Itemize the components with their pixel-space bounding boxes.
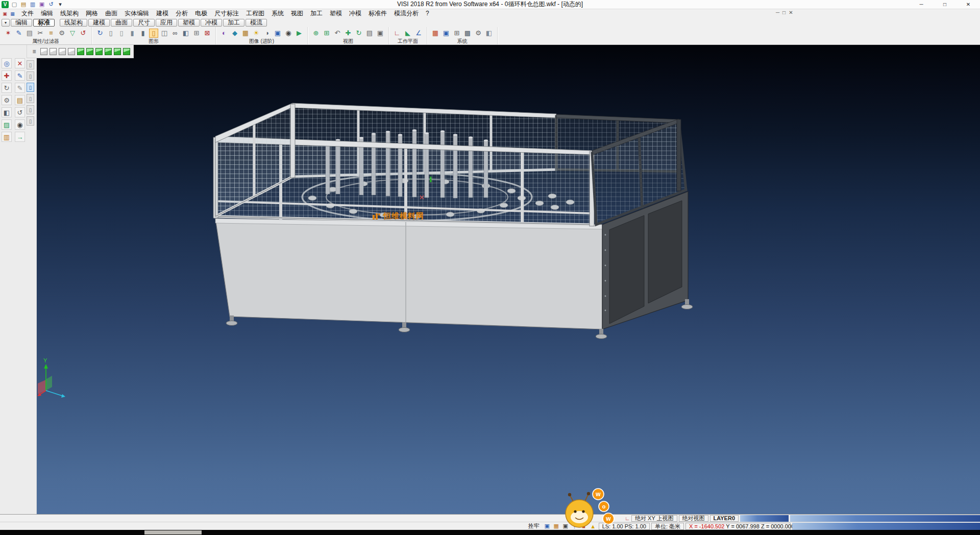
- ribbon-tab[interactable]: 编辑: [11, 19, 32, 27]
- dock-panel-6-icon[interactable]: ▯: [27, 116, 34, 126]
- ribbon-tab[interactable]: 加工: [223, 19, 244, 27]
- regenerate-icon[interactable]: ↻: [95, 29, 105, 38]
- wireframe-mode-icon[interactable]: ▯: [106, 29, 115, 38]
- dock-panel-3-icon[interactable]: ▯: [27, 83, 34, 92]
- workplane-world-icon[interactable]: ∟: [393, 29, 402, 38]
- rotate-view-icon[interactable]: ↻: [354, 29, 363, 38]
- delete-entity-icon[interactable]: ✕: [15, 58, 25, 68]
- attribute-wand-icon[interactable]: ✶: [4, 29, 13, 38]
- dock-panel-4-icon[interactable]: ▯: [27, 94, 34, 103]
- child-window-control[interactable]: □: [782, 10, 786, 15]
- perspective-icon[interactable]: ◧: [484, 29, 494, 38]
- view-iso-top-cube-icon[interactable]: [114, 48, 121, 55]
- workspace-icon[interactable]: ▣: [2, 10, 8, 17]
- ribbon-tab[interactable]: 冲模: [201, 19, 222, 27]
- menu-item[interactable]: 电极: [191, 9, 211, 18]
- animation-icon[interactable]: ▶: [295, 29, 304, 38]
- menu-item[interactable]: 尺寸标注: [211, 9, 242, 18]
- snap-settings-icon[interactable]: ▦: [552, 523, 560, 530]
- lock-toggle[interactable]: 拴牢: [526, 522, 542, 530]
- view-reference-field[interactable]: 绝对视图: [679, 515, 708, 522]
- history-icon[interactable]: ↺: [15, 107, 25, 117]
- texture-icon[interactable]: ▦: [241, 29, 250, 38]
- color-table-icon[interactable]: ▦: [431, 29, 440, 38]
- system-monitor-icon[interactable]: ▣: [442, 29, 451, 38]
- snapshot-icon[interactable]: ◉: [284, 29, 293, 38]
- half-shade-icon[interactable]: ◧: [181, 29, 190, 38]
- ribbon-tab[interactable]: 尺寸: [133, 19, 155, 27]
- child-window-control[interactable]: ✕: [789, 10, 793, 15]
- attribute-brush-icon[interactable]: ✎: [14, 29, 23, 38]
- menu-item[interactable]: ?: [422, 9, 433, 18]
- annotate-icon[interactable]: ✎: [15, 83, 25, 93]
- minimize-button[interactable]: ─: [910, 0, 933, 9]
- view-iso-sw-cube-icon[interactable]: [105, 48, 112, 55]
- pan-view-icon[interactable]: ✚: [344, 29, 353, 38]
- zoom-all-icon[interactable]: ⊕: [311, 29, 321, 38]
- menu-item[interactable]: 加工: [307, 9, 326, 18]
- zoom-previous-icon[interactable]: ↶: [333, 29, 342, 38]
- dock-panel-1-icon[interactable]: ▯: [27, 60, 34, 69]
- zoom-select-icon[interactable]: ◎: [2, 58, 12, 68]
- ribbon-tab[interactable]: 曲面: [111, 19, 132, 27]
- active-layer-field[interactable]: LAYER0: [710, 515, 739, 522]
- menu-item[interactable]: 文件: [18, 9, 37, 18]
- menu-item[interactable]: 分析: [172, 9, 191, 18]
- filter-scissors-icon[interactable]: ✂: [36, 29, 45, 38]
- view-iso-ne-cube-icon[interactable]: [77, 48, 84, 55]
- ribbon-tab[interactable]: 模流: [246, 19, 267, 27]
- shaded-mode-icon[interactable]: ▮: [128, 29, 137, 38]
- material-icon[interactable]: ◆: [230, 29, 239, 38]
- menu-item[interactable]: 冲模: [346, 9, 365, 18]
- view-side-cube-icon[interactable]: [68, 48, 75, 55]
- filter-reset-icon[interactable]: ↺: [79, 29, 88, 38]
- system-gear-icon[interactable]: ⚙: [2, 95, 12, 105]
- ribbon-tab[interactable]: 应用: [156, 19, 177, 27]
- chart-icon[interactable]: ▥: [2, 132, 12, 142]
- workplane-face-icon[interactable]: ◣: [403, 29, 412, 38]
- new-document-icon[interactable]: ▢: [10, 1, 18, 9]
- workplane-3point-icon[interactable]: ∠: [414, 29, 423, 38]
- dock-panel-5-icon[interactable]: ▯: [27, 105, 34, 114]
- stereo-glasses-icon[interactable]: ∞: [170, 29, 180, 38]
- hatch-icon[interactable]: ▨: [2, 119, 12, 130]
- menu-item[interactable]: 编辑: [37, 9, 57, 18]
- ribbon-tab[interactable]: 标准: [33, 19, 55, 27]
- filter-list-icon[interactable]: ≡: [46, 29, 56, 38]
- sketch-icon[interactable]: ✎: [15, 70, 25, 81]
- export-icon[interactable]: →: [15, 132, 25, 142]
- menu-item[interactable]: 网格: [82, 9, 102, 18]
- taskbar-item[interactable]: [144, 530, 202, 534]
- graphics-viewport[interactable]: Y 恒维模料网: [37, 45, 980, 514]
- solid-cube-icon[interactable]: ◧: [2, 107, 12, 117]
- filter-gear-icon[interactable]: ⚙: [57, 29, 66, 38]
- ribbon-tab[interactable]: 建模: [88, 19, 110, 27]
- dock-panel-2-icon[interactable]: ▯: [27, 71, 34, 81]
- lighting-icon[interactable]: ☀: [252, 29, 261, 38]
- clear-graphics-icon[interactable]: ⊠: [203, 29, 212, 38]
- undo-icon[interactable]: ↺: [47, 1, 55, 9]
- menu-item[interactable]: 曲面: [102, 9, 121, 18]
- toolbar-menu-icon[interactable]: ≡: [30, 47, 38, 56]
- child-window-control[interactable]: ─: [776, 10, 779, 15]
- save-file-icon[interactable]: ▥: [29, 1, 37, 9]
- zoom-window-icon[interactable]: ⊞: [322, 29, 331, 38]
- menu-item[interactable]: 视图: [287, 9, 307, 18]
- notes-icon[interactable]: ▤: [15, 95, 25, 105]
- menu-item[interactable]: 模流分析: [390, 9, 422, 18]
- background-icon[interactable]: ▣: [273, 29, 282, 38]
- settings-gear-icon[interactable]: ⚙: [474, 29, 483, 38]
- copy-attributes-icon[interactable]: ▤: [25, 29, 34, 38]
- menu-item[interactable]: 工程图: [242, 9, 268, 18]
- view-iso-nw-cube-icon[interactable]: [86, 48, 93, 55]
- view-shaded-cube-icon[interactable]: [40, 48, 47, 55]
- ucs-origin-icon[interactable]: ✚: [2, 70, 12, 81]
- view-iso-se-cube-icon[interactable]: [95, 48, 103, 55]
- menu-item[interactable]: 标准件: [365, 9, 390, 18]
- section-view-icon[interactable]: ◫: [160, 29, 169, 38]
- session-icon[interactable]: ▦: [9, 10, 16, 17]
- calculator-icon[interactable]: ⊞: [452, 29, 461, 38]
- rotate-entity-icon[interactable]: ↻: [2, 83, 12, 93]
- ribbon-tab[interactable]: 线架构: [60, 19, 87, 27]
- open-file-icon[interactable]: ▤: [19, 1, 28, 9]
